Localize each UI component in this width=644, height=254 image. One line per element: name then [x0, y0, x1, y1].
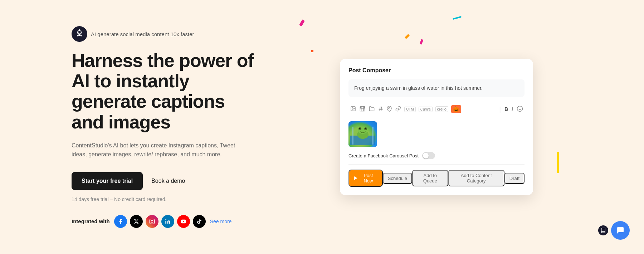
- svg-point-40: [360, 128, 361, 128]
- svg-line-26: [381, 107, 381, 111]
- social-icons-list: [114, 215, 206, 228]
- announcement-badge: AI generate social media content 10x fas…: [72, 26, 258, 42]
- composer-text-area[interactable]: Frog enjoying a swim in glass of water i…: [348, 79, 525, 97]
- action-buttons: Post Now Schedule Add to Queue Add to Co…: [348, 164, 525, 187]
- svg-rect-3: [78, 34, 81, 36]
- book-demo-button[interactable]: Book a demo: [151, 178, 185, 184]
- svg-rect-5: [80, 35, 82, 36]
- announcement-text: AI generate social media content 10x fas…: [91, 31, 194, 37]
- x-twitter-icon[interactable]: [130, 215, 143, 228]
- video-icon[interactable]: [359, 106, 366, 113]
- composer-card: Post Composer Frog enjoying a swim in gl…: [340, 59, 533, 195]
- composer-toolbar: UTM Canva crello 🎃 | B I: [348, 102, 525, 116]
- composer-text-content: Frog enjoying a swim in glass of water i…: [354, 85, 483, 91]
- svg-point-11: [165, 219, 166, 220]
- emoji-tag[interactable]: 🎃: [451, 105, 461, 113]
- book-icon[interactable]: [598, 225, 608, 235]
- composer-title: Post Composer: [348, 67, 525, 74]
- play-icon: [354, 176, 357, 180]
- svg-point-27: [389, 107, 390, 109]
- instagram-icon[interactable]: [146, 215, 158, 228]
- add-to-content-category-button[interactable]: Add to Content Category: [448, 170, 504, 186]
- toolbar-right: | B I: [499, 106, 523, 113]
- post-now-button[interactable]: Post Now: [348, 170, 383, 187]
- svg-rect-33: [372, 127, 374, 145]
- svg-point-2: [80, 32, 80, 33]
- hero-description: ContentStudio's AI bot lets you create I…: [72, 141, 236, 159]
- start-trial-button[interactable]: Start your free trial: [72, 172, 143, 190]
- composer-image-section: [348, 121, 525, 147]
- svg-point-10: [153, 220, 153, 220]
- bold-icon[interactable]: B: [504, 106, 508, 112]
- cta-buttons: Start your free trial Book a demo: [72, 172, 258, 190]
- svg-point-41: [366, 128, 366, 128]
- youtube-icon[interactable]: [177, 215, 190, 228]
- frog-image-inner: [348, 121, 377, 147]
- frog-image: [348, 121, 377, 147]
- svg-point-7: [79, 29, 80, 30]
- svg-line-25: [380, 107, 380, 111]
- schedule-button[interactable]: Schedule: [383, 173, 412, 184]
- trial-note: 14 days free trial – No credit card requ…: [72, 196, 258, 202]
- svg-point-14: [352, 107, 353, 108]
- carousel-toggle[interactable]: [422, 152, 435, 159]
- bot-icon: [72, 26, 87, 42]
- carousel-label: Create a Facebook Carousel Post: [348, 153, 419, 158]
- image-icon[interactable]: [350, 106, 356, 113]
- integrations-row: Integrated with: [72, 215, 258, 228]
- post-now-label: Post Now: [360, 173, 377, 184]
- svg-point-28: [517, 106, 523, 111]
- svg-rect-32: [352, 127, 353, 145]
- svg-rect-4: [77, 35, 78, 36]
- chat-widget: [598, 221, 630, 240]
- location-icon[interactable]: [386, 106, 392, 113]
- right-section: Post Composer Frog enjoying a swim in gl…: [301, 59, 572, 195]
- see-more-link[interactable]: See more: [210, 219, 232, 224]
- utm-badge[interactable]: UTM: [404, 107, 416, 112]
- link-icon[interactable]: [395, 106, 401, 113]
- italic-icon[interactable]: I: [512, 106, 513, 112]
- folder-icon[interactable]: [369, 106, 375, 113]
- linkedin-icon[interactable]: [161, 215, 174, 228]
- left-section: AI generate social media content 10x fas…: [72, 26, 258, 228]
- canva-badge[interactable]: Canva: [419, 107, 433, 112]
- hashtag-icon[interactable]: [378, 106, 384, 113]
- svg-point-1: [78, 32, 79, 33]
- hero-title: Harness the power of AI to instantly gen…: [72, 50, 258, 132]
- facebook-icon[interactable]: [114, 215, 127, 228]
- crello-badge[interactable]: crello: [435, 106, 448, 112]
- toggle-dot: [423, 153, 429, 158]
- draft-button[interactable]: Draft: [504, 173, 525, 184]
- emoji-picker-icon[interactable]: [517, 106, 523, 113]
- svg-point-9: [151, 220, 153, 222]
- carousel-row: Create a Facebook Carousel Post: [348, 152, 525, 159]
- svg-rect-8: [150, 219, 154, 224]
- integrations-label: Integrated with: [72, 218, 110, 224]
- toolbar-left: UTM Canva crello 🎃: [350, 105, 461, 113]
- chat-button[interactable]: [611, 221, 630, 240]
- tiktok-icon[interactable]: [193, 215, 206, 228]
- add-to-queue-button[interactable]: Add to Queue: [412, 170, 448, 186]
